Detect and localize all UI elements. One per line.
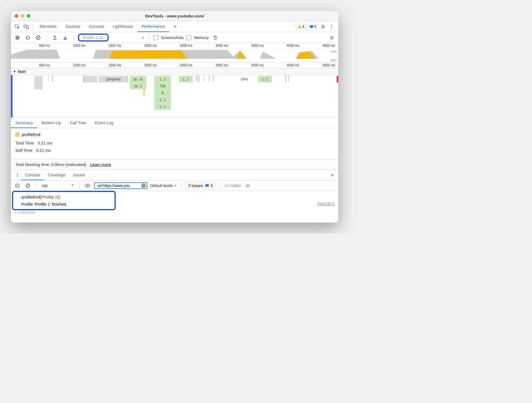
- drawer-tab-issues[interactable]: Issues: [69, 170, 89, 180]
- main-thread-section: ▼ Main (program) (a…s) (a…) (…) TJa b (……: [11, 68, 338, 117]
- flame-idle: (idle): [236, 76, 253, 82]
- drawer-tabbar: Console Coverage Issues ×: [11, 170, 338, 180]
- titlebar: DevTools - www.youtube.com/: [11, 11, 338, 21]
- tab-performance[interactable]: Performance: [138, 21, 169, 32]
- separator: [73, 35, 74, 41]
- tab-overflow-icon[interactable]: »: [170, 21, 180, 32]
- close-window-icon[interactable]: [15, 14, 18, 18]
- svg-point-6: [331, 26, 332, 27]
- tab-elements[interactable]: Elements: [36, 21, 61, 32]
- summary-event-title: profileEnd: [15, 132, 334, 137]
- blocking-time-bar: Total blocking time: 0.00ms (estimated) …: [11, 159, 338, 170]
- capture-settings-icon[interactable]: [328, 34, 336, 42]
- trash-icon[interactable]: [211, 34, 219, 42]
- kebab-menu-icon[interactable]: [328, 23, 336, 31]
- main-thread-header[interactable]: ▼ Main: [11, 68, 338, 75]
- device-toggle-icon[interactable]: [22, 23, 30, 31]
- console-sidebar-toggle-icon[interactable]: [14, 182, 21, 189]
- svg-point-15: [17, 176, 18, 177]
- detail-ruler: 500 ms1000 ms1500 ms2000 ms2500 ms3000 m…: [11, 63, 338, 68]
- log-levels-selector[interactable]: Default levels ▼: [150, 183, 177, 188]
- close-drawer-icon[interactable]: ×: [329, 172, 336, 178]
- window-title: DevTools - www.youtube.com/: [11, 14, 338, 18]
- clear-icon[interactable]: [34, 34, 42, 42]
- maximize-window-icon[interactable]: [27, 14, 30, 18]
- subtab-event-log[interactable]: Event Log: [91, 118, 118, 128]
- flame-ellipsis-2: (…): [154, 96, 171, 103]
- profile-selector[interactable]: Profile 1 #1: [78, 34, 109, 42]
- screenshots-label: Screenshots: [161, 35, 184, 40]
- record-icon[interactable]: [14, 34, 21, 42]
- main-thread-label: Main: [18, 69, 26, 74]
- summary-panel: profileEnd Total Time 0.21 ms Self Time …: [11, 128, 338, 159]
- flame-ellipsis-1: (…): [154, 76, 171, 82]
- warnings-badge[interactable]: 4: [296, 24, 306, 29]
- svg-line-11: [37, 36, 40, 39]
- tab-sources[interactable]: Sources: [62, 21, 84, 32]
- hidden-messages-count[interactable]: 11 hidden: [224, 183, 241, 188]
- blocking-time-text: Total blocking time: 0.00ms (estimated): [15, 162, 86, 167]
- minimize-window-icon[interactable]: [21, 14, 24, 18]
- console-input-line: › profileEnd('Profile 1');: [19, 194, 112, 201]
- subtab-call-tree[interactable]: Call Tree: [65, 118, 91, 128]
- filter-value: -url:https://www.you: [96, 183, 130, 188]
- memory-label: Memory: [194, 35, 209, 40]
- flame-ellipsis-4: (…): [179, 76, 193, 82]
- svg-point-14: [17, 175, 18, 176]
- svg-point-5: [331, 25, 332, 25]
- flame-anon: (a…): [130, 83, 146, 89]
- svg-rect-22: [205, 184, 209, 186]
- console-toolbar: top -url:https://www.you ✕ Default level…: [11, 180, 338, 191]
- drawer-tab-coverage[interactable]: Coverage: [44, 170, 69, 180]
- net-label: NET: [331, 59, 337, 62]
- chevron-down-icon[interactable]: ▼: [141, 36, 144, 39]
- total-time-label: Total Time: [15, 141, 34, 145]
- drawer-tab-console[interactable]: Console: [21, 170, 44, 180]
- flame-ellipsis-3: (…): [154, 103, 171, 110]
- context-selector[interactable]: top: [41, 183, 75, 188]
- upload-icon[interactable]: [51, 34, 59, 42]
- console-settings-icon[interactable]: [244, 182, 252, 189]
- tab-console[interactable]: Console: [85, 21, 108, 32]
- console-filter-input[interactable]: -url:https://www.you ✕: [94, 182, 147, 189]
- separator: [149, 35, 149, 41]
- tab-lighthouse[interactable]: Lighthouse: [109, 21, 137, 32]
- drawer-kebab-icon[interactable]: [14, 171, 21, 179]
- issues-button[interactable]: 5 Issues: 5: [186, 183, 215, 189]
- live-expression-icon[interactable]: [84, 182, 91, 189]
- console-output[interactable]: › profileEnd('Profile 1'); Profile 'Prof…: [11, 191, 338, 223]
- console-highlight-box: › profileEnd('Profile 1'); Profile 'Prof…: [12, 191, 116, 210]
- download-icon[interactable]: [61, 34, 69, 42]
- main-tabbar: Elements Sources Console Lighthouse Perf…: [11, 21, 338, 32]
- issues-count: 5: [211, 183, 213, 188]
- scripting-color-swatch: [15, 132, 20, 137]
- learn-more-link[interactable]: Learn more: [90, 162, 111, 167]
- separator: [46, 35, 47, 41]
- self-time-value: 0.21 ms: [36, 148, 51, 153]
- overview-ruler: 500 ms1000 ms1500 ms2000 ms2500 ms3000 m…: [11, 43, 338, 48]
- svg-rect-2: [26, 26, 28, 29]
- self-time-row: Self Time 0.21 ms: [15, 148, 334, 153]
- separator: [181, 183, 181, 189]
- flame-chart[interactable]: (program) (a…s) (a…) (…) TJa b (…) (…) (…: [11, 75, 338, 117]
- reload-icon[interactable]: [24, 34, 32, 42]
- flame-anon-s: (a…s): [130, 76, 146, 82]
- clear-filter-icon[interactable]: ✕: [141, 183, 146, 188]
- collapse-triangle-icon: ▼: [13, 70, 16, 73]
- overview-timeline[interactable]: 500 ms1000 ms1500 ms2000 ms2500 ms3000 m…: [11, 43, 338, 68]
- messages-badge[interactable]: 5: [308, 24, 318, 29]
- console-clear-icon[interactable]: [24, 182, 32, 189]
- screenshots-checkbox[interactable]: [153, 35, 158, 40]
- inspect-icon[interactable]: [14, 23, 21, 31]
- vm-source-link[interactable]: VM3132:2: [317, 202, 334, 206]
- separator: [79, 183, 79, 189]
- settings-icon[interactable]: [319, 23, 327, 31]
- separator: [220, 183, 220, 189]
- summary-event-name: profileEnd: [22, 132, 40, 137]
- subtab-bottom-up[interactable]: Bottom-Up: [37, 118, 65, 128]
- flame-program: (program): [99, 76, 128, 82]
- memory-checkbox[interactable]: [186, 35, 191, 40]
- chevron-down-icon: ▼: [174, 184, 177, 187]
- svg-point-20: [85, 184, 90, 187]
- subtab-summary[interactable]: Summary: [11, 118, 37, 128]
